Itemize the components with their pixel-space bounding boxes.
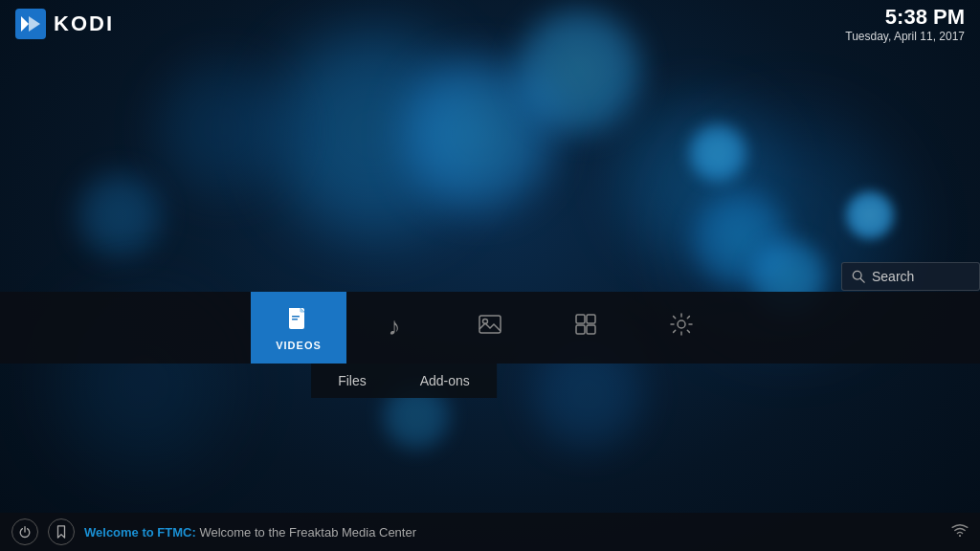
svg-line-4 bbox=[860, 278, 864, 282]
time-block: 5:38 PM Tuesday, April 11, 2017 bbox=[845, 5, 965, 43]
kodi-logo-text: KODI bbox=[54, 11, 114, 36]
submenu-addons[interactable]: Add-ons bbox=[393, 364, 497, 398]
svg-rect-6 bbox=[292, 316, 300, 318]
wifi-icon bbox=[951, 523, 969, 540]
search-label: Search bbox=[872, 269, 914, 284]
kodi-logo: KODI bbox=[15, 9, 114, 39]
ftmc-label: Welcome to FTMC: bbox=[84, 525, 196, 540]
nav-bar: VIDEOS ♪ bbox=[0, 292, 980, 364]
svg-rect-13 bbox=[587, 325, 595, 334]
videos-icon bbox=[285, 305, 312, 336]
svg-rect-11 bbox=[587, 315, 595, 323]
nav-item-settings[interactable] bbox=[634, 292, 729, 364]
bookmark-button[interactable] bbox=[48, 518, 75, 545]
programs-icon bbox=[572, 311, 599, 342]
svg-rect-7 bbox=[292, 319, 298, 320]
background bbox=[0, 0, 980, 551]
settings-icon bbox=[668, 311, 695, 342]
clock-date: Tuesday, April 11, 2017 bbox=[845, 30, 965, 43]
svg-point-14 bbox=[678, 320, 685, 328]
search-bar[interactable]: Search bbox=[841, 262, 980, 291]
kodi-logo-icon bbox=[15, 9, 46, 39]
nav-item-programs[interactable] bbox=[538, 292, 634, 364]
music-icon: ♪ bbox=[389, 314, 401, 339]
svg-rect-8 bbox=[479, 316, 501, 333]
nav-item-music[interactable]: ♪ bbox=[346, 292, 442, 364]
sub-menu: Files Add-ons bbox=[311, 364, 497, 398]
top-bar: KODI 5:38 PM Tuesday, April 11, 2017 bbox=[0, 0, 980, 48]
status-text: Welcome to the Freaktab Media Center bbox=[196, 525, 416, 540]
status-bar: Welcome to FTMC: Welcome to the Freaktab… bbox=[0, 513, 980, 551]
search-icon bbox=[852, 270, 865, 283]
nav-label-videos: VIDEOS bbox=[276, 340, 322, 351]
svg-rect-12 bbox=[576, 325, 585, 334]
nav-item-pictures[interactable] bbox=[442, 292, 538, 364]
pictures-icon bbox=[477, 311, 503, 342]
status-message: Welcome to FTMC: Welcome to the Freaktab… bbox=[84, 525, 942, 540]
submenu-files[interactable]: Files bbox=[311, 364, 393, 398]
nav-item-videos[interactable]: VIDEOS bbox=[251, 292, 346, 364]
svg-rect-10 bbox=[576, 315, 585, 323]
svg-point-15 bbox=[959, 535, 961, 537]
clock-time: 5:38 PM bbox=[845, 5, 965, 30]
power-button[interactable] bbox=[11, 518, 38, 545]
